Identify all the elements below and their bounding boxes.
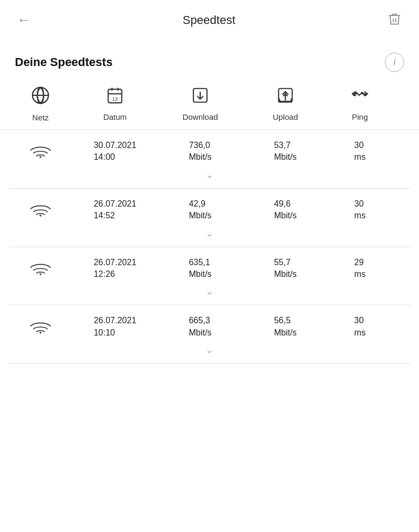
date-cell: 26.07.202112:26	[94, 257, 136, 281]
col-header-upload: Upload	[273, 86, 298, 121]
date-cell: 26.07.202114:52	[94, 198, 136, 222]
chevron-down-icon: ⌄	[206, 285, 213, 297]
download-cell: 736,0Mbit/s	[189, 140, 212, 163]
svg-text:12: 12	[112, 96, 118, 102]
network-cell	[29, 317, 52, 337]
svg-point-17	[39, 273, 42, 275]
trash-icon	[387, 20, 402, 28]
download-cell: 635,1Mbit/s	[189, 257, 212, 281]
svg-point-15	[39, 156, 42, 158]
page-title: Speedtest	[183, 13, 235, 27]
data-rows: 30.07.202114:00736,0Mbit/s53,7Mbit/s30ms…	[0, 130, 419, 364]
column-headers: Netz 12 Datum Download	[0, 81, 419, 130]
download-icon	[191, 86, 209, 108]
upload-icon	[276, 86, 294, 108]
upload-cell: 56,5Mbit/s	[274, 315, 297, 339]
expand-row[interactable]: ⌄	[0, 224, 419, 247]
wifi-icon	[29, 151, 52, 160]
download-cell: 42,9Mbit/s	[189, 198, 212, 222]
globe-icon	[31, 86, 50, 109]
col-header-netz: Netz	[31, 86, 50, 122]
col-label-netz: Netz	[32, 113, 49, 122]
row-divider	[9, 363, 410, 364]
col-label-upload: Upload	[273, 112, 298, 121]
upload-cell: 49,6Mbit/s	[274, 198, 297, 222]
back-button[interactable]: ←	[13, 10, 35, 30]
info-button[interactable]: i	[385, 53, 404, 72]
upload-cell: 55,7Mbit/s	[274, 257, 297, 281]
chevron-down-icon: ⌄	[206, 344, 213, 356]
date-cell: 26.07.202110:10	[94, 315, 136, 339]
table-row[interactable]: 30.07.202114:00736,0Mbit/s53,7Mbit/s30ms	[0, 130, 419, 166]
table-row[interactable]: 26.07.202114:5242,9Mbit/s49,6Mbit/s30ms	[0, 189, 419, 224]
network-cell	[29, 142, 52, 161]
col-label-ping: Ping	[352, 112, 368, 121]
chevron-down-icon: ⌄	[206, 227, 213, 239]
expand-row[interactable]: ⌄	[0, 341, 419, 363]
expand-row[interactable]: ⌄	[0, 282, 419, 305]
col-header-datum: 12 Datum	[103, 86, 127, 121]
app-header: ← Speedtest	[0, 0, 419, 38]
section-header: Deine Speedtests i	[0, 38, 419, 81]
calendar-icon: 12	[106, 86, 124, 108]
section-title: Deine Speedtests	[15, 55, 112, 69]
info-icon: i	[393, 58, 396, 67]
table-row[interactable]: 26.07.202112:26635,1Mbit/s55,7Mbit/s29ms	[0, 247, 419, 283]
upload-cell: 53,7Mbit/s	[274, 140, 297, 163]
network-cell	[29, 200, 52, 219]
col-label-download: Download	[183, 112, 218, 121]
ping-cell: 30ms	[354, 140, 365, 163]
download-cell: 665,3Mbit/s	[189, 315, 212, 339]
col-label-datum: Datum	[103, 112, 127, 121]
date-cell: 30.07.202114:00	[94, 140, 136, 163]
ping-icon	[351, 86, 369, 108]
ping-cell: 30ms	[354, 315, 365, 339]
wifi-icon	[29, 327, 52, 336]
ping-cell: 30ms	[354, 198, 365, 222]
table-row[interactable]: 26.07.202110:10665,3Mbit/s56,5Mbit/s30ms	[0, 305, 419, 341]
wifi-icon	[29, 268, 52, 277]
expand-row[interactable]: ⌄	[0, 166, 419, 188]
col-header-ping: Ping	[351, 86, 369, 121]
wifi-icon	[29, 210, 52, 219]
network-cell	[29, 259, 52, 278]
chevron-down-icon: ⌄	[206, 169, 213, 181]
ping-cell: 29ms	[354, 257, 365, 281]
col-header-download: Download	[183, 86, 218, 121]
delete-button[interactable]	[383, 10, 406, 30]
svg-point-18	[39, 332, 42, 334]
svg-point-16	[39, 215, 42, 217]
